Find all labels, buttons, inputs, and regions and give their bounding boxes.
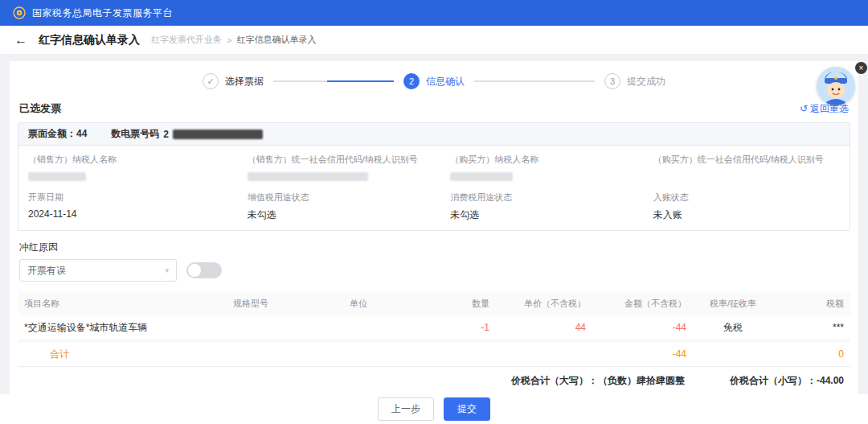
section-title: 已选发票 — [19, 101, 61, 116]
submit-button[interactable]: 提交 — [444, 397, 490, 420]
table-row: *交通运输设备*城市轨道车辆 -1 44 -44 免税 *** — [18, 315, 850, 340]
total-in-words-value: （负数）肆拾肆圆整 — [598, 375, 685, 386]
breadcrumb-current: 红字信息确认单录入 — [236, 34, 316, 46]
red-reason-selected-value: 开票有误 — [27, 264, 66, 278]
breadcrumb-parent[interactable]: 红字发票代开业务 — [151, 34, 222, 46]
total-in-figures-value: -44.00 — [817, 375, 844, 386]
breadcrumb: 红字发票代开业务 > 红字信息确认单录入 — [151, 34, 316, 46]
cell-amount: -44 — [592, 322, 693, 333]
cell-tax: *** — [773, 322, 850, 333]
step-label: 提交成功 — [627, 75, 665, 89]
footer-action-bar: 上一步 提交 — [0, 394, 868, 424]
cell-quantity: -1 — [407, 322, 496, 333]
tax-emblem-icon — [13, 6, 26, 19]
invoice-fields-grid: （销售方）纳税人名称 （销售方）统一社会信用代码/纳税人识别号 （购买方）纳税人… — [18, 146, 850, 230]
step-label: 选择票据 — [225, 75, 264, 89]
total-tax: 0 — [773, 348, 850, 360]
field-buyer-name: （购买方）纳税人名称 — [450, 154, 653, 182]
redacted-value — [450, 172, 513, 181]
close-icon[interactable]: × — [855, 62, 867, 74]
col-unit-price: 单价（不含税） — [496, 298, 592, 310]
steps-indicator: ✓ 选择票据 2 信息确认 3 提交成功 — [18, 72, 850, 90]
col-spec: 规格型号 — [227, 298, 343, 310]
undo-icon: ↺ — [800, 103, 808, 114]
cell-unit-price: 44 — [496, 322, 592, 333]
items-table: 项目名称 规格型号 单位 数量 单价（不含税） 金额（不含税） 税率/征收率 税… — [18, 291, 850, 340]
toggle-knob — [188, 264, 201, 277]
total-in-figures: 价税合计（小写）：-44.00 — [730, 374, 844, 388]
col-amount: 金额（不含税） — [592, 298, 693, 310]
page-title: 红字信息确认单录入 — [39, 33, 140, 47]
screen: 国家税务总局电子发票服务平台 ← 红字信息确认单录入 红字发票代开业务 > 红字… — [0, 0, 868, 424]
col-quantity: 数量 — [407, 298, 496, 310]
invoice-number: 数电票号码 2 — [111, 127, 263, 141]
previous-step-button[interactable]: 上一步 — [378, 397, 434, 420]
app-header: 国家税务总局电子发票服务平台 — [0, 0, 868, 26]
step-submit-success: 3 提交成功 — [604, 73, 665, 89]
redacted-invoice-number — [173, 130, 263, 139]
field-booking-status: 入账状态 未入账 — [653, 191, 840, 222]
redacted-value — [28, 172, 86, 181]
main-card: ✓ 选择票据 2 信息确认 3 提交成功 已选发票 ↺ 返回重选 — [10, 61, 858, 394]
invoice-amount: 票面金额：44 — [28, 127, 87, 141]
step-number: 3 — [604, 73, 620, 89]
red-reason-label: 冲红原因 — [19, 241, 849, 254]
step-label: 信息确认 — [426, 75, 465, 89]
disabled-toggle[interactable] — [186, 262, 222, 278]
col-unit: 单位 — [343, 298, 407, 310]
field-consumption-tax-status: 消费税用途状态 未勾选 — [450, 191, 653, 222]
grand-total-summary: 价税合计（大写）：（负数）肆拾肆圆整 价税合计（小写）：-44.00 — [18, 367, 850, 394]
field-invoice-date: 开票日期 2024-11-14 — [28, 191, 248, 222]
totals-row: 合计 -44 0 — [18, 341, 850, 367]
field-seller-tax-id: （销售方）统一社会信用代码/纳税人识别号 — [248, 154, 451, 182]
chevron-down-icon: ▾ — [165, 266, 169, 274]
col-tax-rate: 税率/征收率 — [693, 298, 773, 310]
selected-invoice-header: 已选发票 ↺ 返回重选 — [18, 101, 850, 116]
step-info-confirm: 2 信息确认 — [403, 73, 465, 89]
cell-tax-rate: 免税 — [693, 321, 773, 335]
invoice-panel-header: 票面金额：44 数电票号码 2 — [18, 123, 850, 146]
items-table-header: 项目名称 规格型号 单位 数量 单价（不含税） 金额（不含税） 税率/征收率 税… — [18, 291, 850, 315]
total-in-figures-label: 价税合计（小写）： — [730, 375, 817, 386]
step-select-invoice: ✓ 选择票据 — [203, 73, 264, 89]
breadcrumb-separator: > — [227, 35, 231, 45]
field-seller-name: （销售方）纳税人名称 — [28, 154, 248, 182]
back-button[interactable]: ← — [14, 34, 27, 47]
mascot-assistant-avatar[interactable] — [817, 67, 855, 105]
col-item-name: 项目名称 — [18, 298, 227, 310]
step-check-icon: ✓ — [203, 73, 219, 89]
red-reason-row: 开票有误 ▾ — [19, 259, 849, 282]
col-tax: 税额 — [773, 298, 850, 310]
invoice-number-prefix: 2 — [163, 129, 169, 140]
total-in-words-label: 价税合计（大写）： — [511, 375, 598, 386]
app-title: 国家税务总局电子发票服务平台 — [32, 6, 173, 20]
invoice-number-label: 数电票号码 — [111, 127, 159, 141]
step-connector — [273, 80, 394, 82]
invoice-panel: 票面金额：44 数电票号码 2 （销售方）纳税人名称 （销售方）统一社会信用代码… — [18, 122, 850, 231]
red-reason-section: 冲红原因 开票有误 ▾ — [18, 241, 850, 282]
cell-item-name: *交通运输设备*城市轨道车辆 — [18, 321, 227, 335]
total-label: 合计 — [18, 348, 227, 361]
red-reason-select[interactable]: 开票有误 ▾ — [19, 259, 177, 282]
breadcrumb-bar: ← 红字信息确认单录入 红字发票代开业务 > 红字信息确认单录入 — [0, 26, 868, 55]
step-connector — [474, 80, 595, 82]
redacted-value — [248, 172, 368, 181]
total-in-words: 价税合计（大写）：（负数）肆拾肆圆整 — [511, 374, 685, 388]
total-amount: -44 — [592, 348, 693, 360]
field-buyer-tax-id: （购买方）统一社会信用代码/纳税人识别号 — [653, 154, 840, 182]
field-vat-usage-status: 增值税用途状态 未勾选 — [248, 191, 451, 222]
step-number: 2 — [403, 73, 420, 89]
